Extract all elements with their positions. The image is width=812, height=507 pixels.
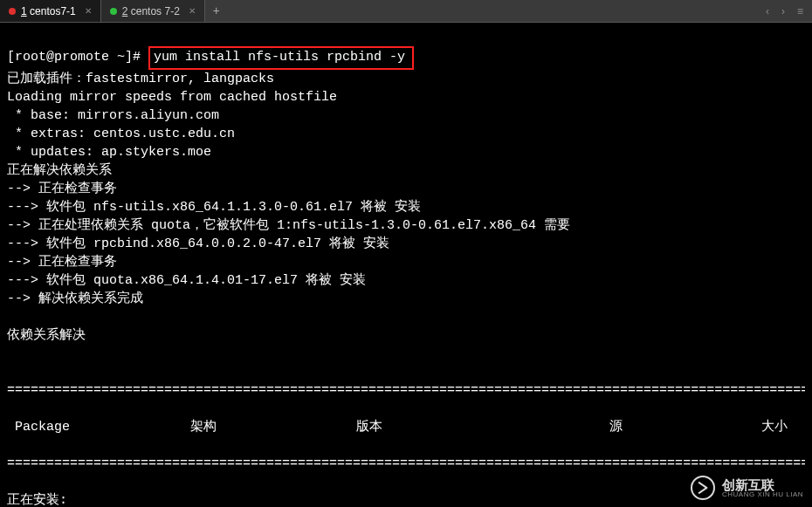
chevron-right-icon[interactable]: ›	[781, 5, 785, 17]
tab-number: 1	[21, 5, 27, 17]
output-line: 依赖关系解决	[7, 326, 805, 345]
output-line: ---> 软件包 nfs-utils.x86_64.1.1.3.0-0.61.e…	[7, 198, 805, 216]
col-repo: 源	[609, 418, 740, 436]
output-line: --> 正在处理依赖关系 quota，它被软件包 1:nfs-utils-1.3…	[7, 216, 805, 235]
watermark-logo-icon	[691, 476, 715, 500]
output-line: ---> 软件包 rpcbind.x86_64.0.0.2.0-47.el7 将…	[7, 235, 805, 253]
tab-centos7-2[interactable]: 2 centos 7-2 ✕	[101, 0, 205, 22]
watermark: 创新互联 CHUANG XIN HU LIAN	[691, 476, 803, 500]
command-highlight: yum install nfs-utils rpcbind -y	[148, 46, 414, 70]
separator: ========================================…	[7, 381, 805, 400]
tab-bar: 1 centos7-1 ✕ 2 centos 7-2 ✕ + ‹ › ≡	[0, 0, 812, 23]
table-header-row: Package 架构 版本 源 大小	[7, 418, 805, 436]
col-size: 大小	[740, 418, 805, 436]
output-line: * extras: centos.ustc.edu.cn	[7, 125, 805, 143]
output-line: * base: mirrors.aliyun.com	[7, 106, 805, 125]
status-dot-icon	[110, 8, 117, 15]
close-icon[interactable]: ✕	[85, 6, 92, 16]
status-dot-icon	[9, 8, 16, 15]
shell-prompt: [root@promote ~]#	[7, 50, 141, 65]
output-line: * updates: ap.stykers.moe	[7, 143, 805, 161]
chevron-left-icon[interactable]: ‹	[766, 5, 769, 17]
output-line: 已加载插件：fastestmirror, langpacks	[7, 70, 805, 88]
output-line: ---> 软件包 quota.x86_64.1.4.01-17.el7 将被 安…	[7, 271, 805, 290]
output-line	[7, 308, 805, 326]
terminal-output[interactable]: [root@promote ~]# yum install nfs-utils …	[0, 23, 812, 507]
watermark-cn: 创新互联	[722, 478, 803, 491]
add-tab-button[interactable]: +	[205, 0, 228, 22]
tab-label: centos 7-2	[131, 5, 180, 17]
col-arch: 架构	[190, 418, 356, 436]
menu-icon[interactable]: ≡	[797, 5, 803, 17]
col-version: 版本	[356, 418, 609, 436]
output-line	[7, 345, 805, 363]
output-line: 正在解决依赖关系	[7, 161, 805, 180]
col-package: Package	[7, 418, 190, 436]
tab-centos7-1[interactable]: 1 centos7-1 ✕	[0, 0, 101, 22]
output-line: --> 正在检查事务	[7, 180, 805, 198]
tab-label: centos7-1	[30, 5, 76, 17]
watermark-en: CHUANG XIN HU LIAN	[722, 491, 803, 498]
output-line: --> 正在检查事务	[7, 253, 805, 271]
close-icon[interactable]: ✕	[189, 6, 196, 16]
separator: ========================================…	[7, 455, 805, 473]
tab-number: 2	[122, 5, 128, 17]
window-controls: ‹ › ≡	[766, 0, 812, 22]
install-section-header: 正在安装:	[7, 491, 805, 507]
output-line: --> 解决依赖关系完成	[7, 290, 805, 308]
output-line: Loading mirror speeds from cached hostfi…	[7, 88, 805, 106]
